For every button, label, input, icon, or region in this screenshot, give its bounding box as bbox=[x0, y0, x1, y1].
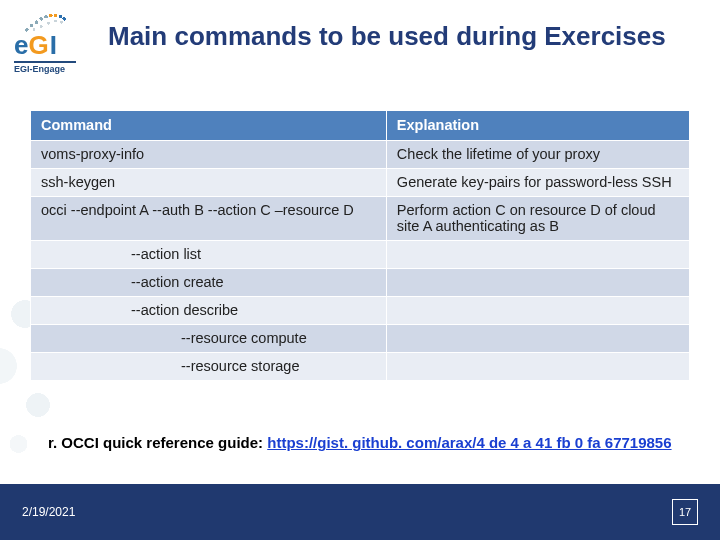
commands-table-wrap: Command Explanation voms-proxy-info Chec… bbox=[30, 110, 690, 381]
table-row: --action create bbox=[31, 269, 690, 297]
cell-explanation: Perform action C on resource D of cloud … bbox=[386, 197, 689, 241]
table-row: --resource storage bbox=[31, 353, 690, 381]
logo-dots-icon bbox=[22, 10, 70, 32]
logo: e G I EGI-Engage bbox=[14, 10, 76, 74]
footer: 2/19/2021 17 bbox=[0, 484, 720, 540]
cell-command: voms-proxy-info bbox=[31, 141, 387, 169]
logo-letter-g: G bbox=[28, 30, 48, 61]
cell-command: --action list bbox=[31, 241, 387, 269]
table-header-explanation: Explanation bbox=[386, 111, 689, 141]
cell-explanation bbox=[386, 269, 689, 297]
cell-explanation bbox=[386, 297, 689, 325]
table-row: --action list bbox=[31, 241, 690, 269]
table-header-command: Command bbox=[31, 111, 387, 141]
cell-command: --action describe bbox=[31, 297, 387, 325]
reference-link[interactable]: https://gist. github. com/arax/4 de 4 a … bbox=[267, 434, 671, 451]
commands-table: Command Explanation voms-proxy-info Chec… bbox=[30, 110, 690, 381]
cell-command: ssh-keygen bbox=[31, 169, 387, 197]
cell-command: --resource storage bbox=[31, 353, 387, 381]
page-number: 17 bbox=[672, 499, 698, 525]
cell-explanation bbox=[386, 353, 689, 381]
cell-explanation: Generate key-pairs for password-less SSH bbox=[386, 169, 689, 197]
logo-wordmark: e G I bbox=[14, 30, 57, 61]
table-row: ssh-keygen Generate key-pairs for passwo… bbox=[31, 169, 690, 197]
slide: e G I EGI-Engage Main commands to be use… bbox=[0, 0, 720, 540]
footer-date: 2/19/2021 bbox=[22, 505, 75, 519]
logo-subbrand: EGI-Engage bbox=[14, 61, 76, 74]
logo-letter-e: e bbox=[14, 30, 27, 61]
cell-explanation bbox=[386, 325, 689, 353]
logo-letter-i: I bbox=[50, 30, 57, 61]
cell-command: --action create bbox=[31, 269, 387, 297]
reference-line: r. OCCI quick reference guide: https://g… bbox=[48, 434, 690, 451]
cell-explanation: Check the lifetime of your proxy bbox=[386, 141, 689, 169]
table-row: --resource compute bbox=[31, 325, 690, 353]
cell-explanation bbox=[386, 241, 689, 269]
table-row: --action describe bbox=[31, 297, 690, 325]
cell-command: --resource compute bbox=[31, 325, 387, 353]
page-title: Main commands to be used during Exercise… bbox=[108, 22, 700, 52]
table-row: occi --endpoint A --auth B --action C –r… bbox=[31, 197, 690, 241]
table-row: voms-proxy-info Check the lifetime of yo… bbox=[31, 141, 690, 169]
reference-label: r. OCCI quick reference guide: bbox=[48, 434, 267, 451]
cell-command: occi --endpoint A --auth B --action C –r… bbox=[31, 197, 387, 241]
table-body: voms-proxy-info Check the lifetime of yo… bbox=[31, 141, 690, 381]
table-header-row: Command Explanation bbox=[31, 111, 690, 141]
